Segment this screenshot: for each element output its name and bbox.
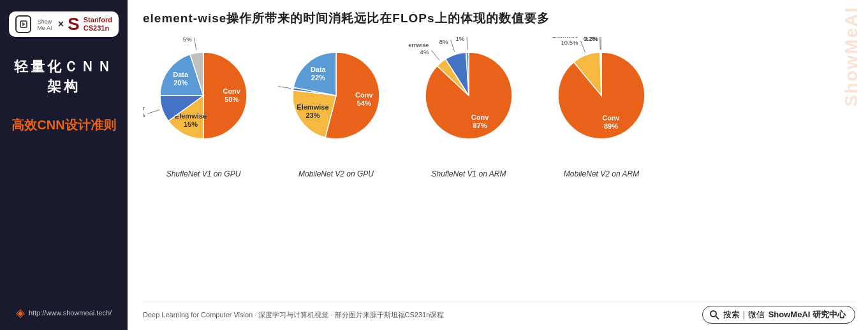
showmeai-label: Show Me AI (35, 18, 54, 31)
svg-line-2 (195, 38, 196, 50)
stanford-logo: S (68, 15, 80, 33)
pie-outer-label-elemwise: Elemwise4% (408, 41, 429, 55)
stanford-line1: Stanford (84, 16, 112, 24)
pie-inner-label-data: Data20% (173, 71, 189, 87)
chart-2: Conv54%Elemwise23%Other1%Data22%MobileNe… (276, 37, 397, 178)
svg-line-11 (716, 317, 719, 320)
chart-4: Conv89%Elemwise10.5%Other0.2%Data0.3%Mob… (541, 37, 662, 178)
pie-outer-label-data: Data1% (452, 37, 465, 42)
svg-line-7 (580, 41, 585, 53)
pie-inner-label-data: Data22% (311, 66, 327, 82)
charts-row: Conv50%Elemwise15%Other10%Data20%Shuffle… (143, 37, 855, 301)
footer-left-text: Deep Learning for Computer Vision · 深度学习… (143, 310, 444, 320)
svg-line-8 (600, 37, 601, 50)
stanford-line2: CS231n (84, 24, 112, 32)
search-box[interactable]: 搜索｜微信 ShowMeAI 研究中心 (702, 306, 855, 324)
chart-label-3: ShufleNet V1 on ARM (432, 169, 506, 178)
chart-label-4: MobileNet V2 on ARM (564, 169, 639, 178)
svg-line-4 (431, 50, 439, 60)
bottom-bar: Deep Learning for Computer Vision · 深度学习… (143, 301, 855, 324)
chart-label-2: MobileNet V2 on GPU (298, 169, 374, 178)
pie-inner-label-conv: Conv54% (355, 90, 373, 106)
pie-outer-label-other: Other1% (276, 78, 276, 92)
main-title: 轻量化ＣＮＮ架构 (9, 57, 119, 97)
search-text: 搜索｜微信 (723, 309, 765, 320)
svg-line-5 (451, 40, 455, 52)
chart-3: Conv87%Elemwise4%Other8%Data1%ShufleNet … (408, 37, 529, 178)
link-text: http://www.showmeai.tech/ (29, 309, 112, 317)
pie-outer-label-elemwise: Elemwise10.5% (552, 37, 578, 46)
logo-row: Show Me AI × S Stanford CS231n (9, 11, 119, 37)
right-panel: ShowMeAI element-wise操作所带来的时间消耗远比在FLOPs上… (128, 0, 868, 330)
x-separator: × (58, 18, 64, 30)
pie-outer-label-shuffle: Shuffle5% (173, 37, 192, 43)
pie-inner-label-conv: Conv89% (602, 113, 620, 129)
stanford-s: S (68, 15, 80, 33)
pie-outer-label-other: Other10% (143, 104, 145, 118)
svg-line-3 (278, 87, 291, 89)
showmeai-logo-icon (15, 15, 31, 33)
slide-title: element-wise操作所带来的时间消耗远比在FLOPs上的体现的数值要多 (143, 10, 855, 27)
stanford-text: Stanford CS231n (84, 16, 112, 32)
chart-label-1: ShufleNet V1 on GPU (166, 169, 241, 178)
svg-marker-0 (22, 22, 26, 26)
play-button-icon (20, 20, 27, 28)
left-panel: Show Me AI × S Stanford CS231n 轻量化ＣＮＮ架构 … (0, 0, 128, 330)
svg-line-6 (467, 37, 467, 50)
pie-inner-label-conv: Conv50% (223, 87, 240, 103)
pie-inner-label-conv: Conv87% (471, 113, 489, 129)
chart-1: Conv50%Elemwise15%Other10%Data20%Shuffle… (143, 37, 264, 178)
link-icon: ◈ (16, 306, 25, 320)
website-link[interactable]: ◈ http://www.showmeai.tech/ (16, 306, 112, 320)
svg-line-1 (148, 110, 160, 113)
search-icon (709, 310, 719, 320)
search-brand: ShowMeAI 研究中心 (769, 309, 846, 320)
pie-outer-label-data: Data0.3% (584, 37, 598, 42)
sub-title: 高效CNN设计准则 (11, 116, 115, 134)
pie-outer-label-other: Other8% (433, 37, 448, 45)
svg-point-10 (710, 311, 716, 317)
